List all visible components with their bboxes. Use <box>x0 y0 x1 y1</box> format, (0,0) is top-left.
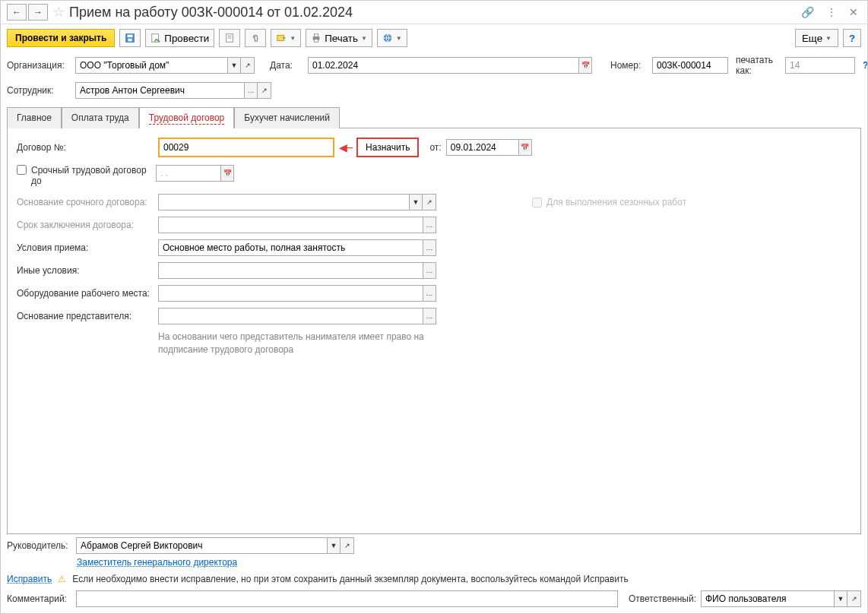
favorite-star-icon[interactable]: ☆ <box>52 4 65 21</box>
calendar-icon[interactable]: 📅 <box>578 57 592 74</box>
more-label: Еще <box>802 33 822 44</box>
tab-payment[interactable]: Оплата труда <box>62 107 139 128</box>
org-input[interactable] <box>75 57 227 74</box>
term-label: Срок заключения договора: <box>17 220 154 230</box>
chevron-down-icon: ▼ <box>825 35 832 42</box>
post-icon <box>150 33 161 43</box>
document-icon <box>224 33 235 43</box>
ellipsis-icon[interactable]: … <box>423 239 436 256</box>
page-title: Прием на работу 00ЗК-000014 от 01.02.202… <box>69 5 353 21</box>
dropdown-icon: ▼ <box>409 194 423 210</box>
rep-basis-input[interactable] <box>158 308 423 324</box>
responsible-label: Ответственный: <box>629 593 696 604</box>
open-icon[interactable]: ↗ <box>341 537 354 554</box>
printer-icon <box>311 33 322 43</box>
rep-basis-hint: На основании чего представитель нанимате… <box>158 331 447 356</box>
employee-input[interactable] <box>75 82 244 99</box>
tab-accounting[interactable]: Бухучет начислений <box>234 107 340 128</box>
seasonal-checkbox <box>532 198 542 207</box>
svg-rect-9 <box>315 34 318 37</box>
print-label: Печать <box>325 33 358 44</box>
fix-link[interactable]: Исправить <box>7 574 52 584</box>
basis-label: Основание срочного договора: <box>17 197 154 207</box>
ellipsis-icon: … <box>423 217 436 233</box>
post-button[interactable]: Провести <box>145 29 214 47</box>
arrow-left-icon: ◀--- <box>339 141 352 154</box>
conditions-label: Условия приема: <box>17 242 154 253</box>
manager-input[interactable] <box>76 537 327 554</box>
chevron-down-icon: ▼ <box>361 35 367 42</box>
date-input[interactable] <box>308 57 578 74</box>
conditions-input[interactable] <box>158 239 423 256</box>
fixed-term-checkbox[interactable] <box>17 165 27 175</box>
warn-text: Если необходимо внести исправление, но п… <box>72 574 629 584</box>
dropdown-icon[interactable]: ▼ <box>834 590 847 607</box>
fixed-term-date-input[interactable] <box>156 165 220 182</box>
chevron-down-icon: ▼ <box>290 35 296 42</box>
tab-contract[interactable]: Трудовой договор <box>139 107 234 128</box>
rep-basis-label: Основание представителя: <box>17 311 154 321</box>
from-label: от: <box>429 142 441 153</box>
print-as-input[interactable] <box>785 57 855 74</box>
number-input[interactable] <box>652 57 728 74</box>
dropdown-icon[interactable]: ▼ <box>227 57 241 74</box>
calendar-icon[interactable]: 📅 <box>220 165 234 182</box>
comment-label: Комментарий: <box>7 593 71 604</box>
open-icon[interactable]: ↗ <box>847 590 861 607</box>
ellipsis-icon[interactable]: … <box>423 262 436 279</box>
svg-rect-10 <box>315 40 318 43</box>
ellipsis-icon[interactable]: … <box>244 82 258 99</box>
print-button[interactable]: Печать ▼ <box>306 29 372 47</box>
svg-rect-2 <box>128 39 132 42</box>
nav-forward-button[interactable]: → <box>28 4 48 21</box>
other-input[interactable] <box>158 262 423 279</box>
warning-icon: ⚠ <box>58 574 66 584</box>
manager-position-link[interactable]: Заместитель генерального директора <box>77 557 237 568</box>
help-button[interactable]: ? <box>843 29 861 47</box>
chevron-down-icon: ▼ <box>396 35 402 42</box>
print-as-help-icon[interactable]: ? <box>863 56 868 74</box>
link-icon[interactable]: 🔗 <box>798 5 817 20</box>
seasonal-label: Для выполнения сезонных работ <box>546 197 686 207</box>
ellipsis-icon[interactable]: … <box>423 285 436 302</box>
from-date-input[interactable] <box>446 139 518 156</box>
calendar-icon[interactable]: 📅 <box>518 139 532 156</box>
kebab-icon[interactable]: ⋮ <box>823 5 840 20</box>
print-as-label: печатать как: <box>736 55 778 76</box>
open-icon[interactable]: ↗ <box>241 57 255 74</box>
more-button[interactable]: Еще ▼ <box>795 29 838 47</box>
globe-icon <box>382 33 393 43</box>
dropdown-icon[interactable]: ▼ <box>327 537 341 554</box>
extra-button[interactable]: ▼ <box>377 29 407 47</box>
open-icon: ↗ <box>423 194 436 210</box>
contract-number-label: Договор №: <box>17 142 154 153</box>
date-label: Дата: <box>270 60 300 71</box>
equipment-label: Оборудование рабочего места: <box>17 288 154 299</box>
nav-back-button[interactable]: ← <box>7 4 27 21</box>
paperclip-icon <box>250 33 261 43</box>
responsible-input[interactable] <box>701 590 834 607</box>
attach-button[interactable] <box>245 29 266 47</box>
tab-main[interactable]: Главное <box>7 107 62 128</box>
svg-rect-1 <box>128 35 133 38</box>
folder-arrow-icon <box>276 33 287 43</box>
close-icon[interactable]: ✕ <box>846 5 861 20</box>
employee-label: Сотрудник: <box>7 85 68 96</box>
contract-number-input[interactable] <box>158 138 334 157</box>
open-icon[interactable]: ↗ <box>258 82 271 99</box>
save-button[interactable] <box>119 29 141 47</box>
comment-input[interactable] <box>76 590 618 607</box>
basis-input <box>158 194 409 210</box>
post-and-close-button[interactable]: Провести и закрыть <box>7 29 115 47</box>
number-label: Номер: <box>610 60 645 71</box>
create-based-button[interactable]: ▼ <box>271 29 301 47</box>
fixed-term-label: Срочный трудовой договор до <box>31 165 151 186</box>
term-input <box>158 217 423 233</box>
assign-button[interactable]: Назначить <box>356 138 419 157</box>
floppy-icon <box>125 33 135 43</box>
ellipsis-icon[interactable]: … <box>423 308 436 324</box>
document-button[interactable] <box>219 29 240 47</box>
org-label: Организация: <box>7 60 68 71</box>
post-label: Провести <box>164 33 209 44</box>
equipment-input[interactable] <box>158 285 423 302</box>
